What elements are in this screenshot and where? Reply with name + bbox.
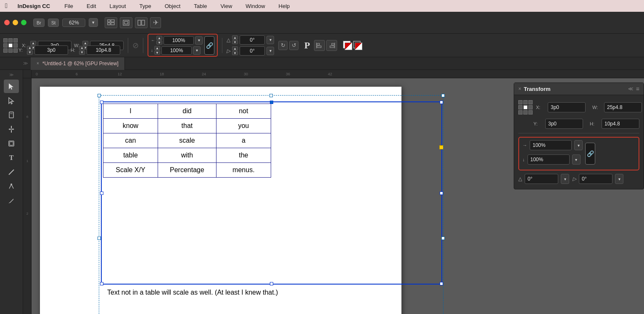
pen-tool-button[interactable] — [4, 180, 19, 193]
panel-chain-button[interactable]: 🔗 — [585, 143, 595, 165]
panel-scale-x-field[interactable] — [530, 140, 572, 150]
scale-x-field[interactable] — [164, 36, 194, 45]
panel-scale-x-dropdown[interactable]: ▾ — [574, 140, 583, 150]
direct-select-tool-button[interactable] — [4, 94, 19, 107]
tab-close-button[interactable]: × — [37, 61, 39, 66]
x-increment[interactable]: ▲ — [30, 41, 36, 45]
panel-shear-field[interactable] — [579, 174, 612, 184]
handle-mr[interactable] — [440, 192, 443, 195]
y-increment[interactable]: ▲ — [27, 46, 33, 50]
panel-collapse-icon[interactable]: ≪ — [628, 86, 633, 92]
scale-x-dropdown[interactable]: ▾ — [195, 36, 203, 45]
scale-y-increment[interactable]: ▲ — [154, 46, 160, 50]
align-right-button[interactable] — [326, 40, 337, 51]
panel-y-field[interactable] — [545, 119, 583, 129]
stock-button[interactable]: St — [48, 19, 59, 27]
frame-mode-button[interactable] — [120, 17, 132, 28]
shear-decrement[interactable]: ▼ — [232, 51, 238, 55]
tool-panel-collapse[interactable]: ≫ — [9, 72, 13, 77]
panel-ref-mc[interactable] — [523, 105, 528, 109]
menu-file[interactable]: File — [62, 2, 76, 10]
text-frame-handle-mr[interactable] — [441, 237, 445, 240]
scale-y-dropdown[interactable]: ▾ — [193, 46, 201, 55]
content-collector-button[interactable] — [4, 137, 19, 150]
canvas[interactable]: I did not know that you can scale a — [32, 78, 644, 314]
panel-ref-tc[interactable] — [523, 100, 528, 104]
w-increment[interactable]: ▲ — [82, 41, 88, 45]
zoom-input[interactable] — [62, 19, 85, 27]
align-left-button[interactable] — [314, 40, 325, 51]
rotation-dropdown[interactable]: ▾ — [267, 36, 274, 44]
h-field[interactable] — [87, 45, 120, 55]
page-tool-button[interactable] — [4, 108, 19, 122]
send-button[interactable]: ✈ — [150, 17, 161, 28]
menu-window[interactable]: Window — [243, 2, 267, 10]
panel-ref-bc[interactable] — [523, 110, 528, 114]
panel-rotation-field[interactable] — [525, 174, 558, 184]
zoom-dropdown-button[interactable]: ▾ — [89, 18, 98, 27]
apple-menu[interactable]:  — [5, 2, 8, 10]
panel-scale-y-dropdown[interactable]: ▾ — [572, 154, 581, 165]
scale-y-decrement[interactable]: ▼ — [154, 51, 160, 55]
menu-view[interactable]: View — [218, 2, 235, 10]
line-tool-button[interactable] — [4, 165, 19, 179]
document-tab[interactable]: × *Untitled-1 @ 62% [GPU Preview] — [31, 57, 125, 70]
panel-x-field[interactable] — [548, 102, 586, 112]
rotate-cw-button[interactable]: ↻ — [278, 41, 288, 50]
ref-pt-tr[interactable] — [13, 38, 18, 43]
handle-tr[interactable] — [440, 101, 443, 104]
menu-object[interactable]: Object — [162, 2, 183, 10]
panel-w-field[interactable] — [604, 102, 642, 112]
panel-ref-mr[interactable] — [528, 105, 533, 109]
scale-x-increment[interactable]: ▲ — [156, 36, 162, 40]
rotation-field[interactable] — [240, 35, 265, 45]
shear-increment[interactable]: ▲ — [232, 46, 238, 51]
close-window-button[interactable] — [4, 20, 10, 25]
selection-tool-button[interactable] — [4, 80, 19, 93]
menu-table[interactable]: Table — [191, 2, 209, 10]
yellow-handle[interactable] — [439, 145, 443, 149]
rotation-increment[interactable]: ▲ — [232, 35, 238, 40]
stroke-swatch[interactable] — [353, 41, 362, 50]
shear-field[interactable] — [240, 46, 265, 56]
panel-collapse-btn[interactable]: ≫ — [23, 61, 28, 66]
panel-ref-bl[interactable] — [518, 110, 523, 114]
menu-type[interactable]: Type — [137, 2, 154, 10]
panel-ref-br[interactable] — [528, 110, 533, 114]
rotate-ccw-button[interactable]: ↺ — [289, 41, 298, 50]
fill-swatch[interactable] — [343, 41, 352, 50]
h-increment[interactable]: ▲ — [79, 46, 85, 50]
type-tool-button[interactable]: T — [4, 151, 19, 165]
text-frame-handle-tr[interactable] — [441, 94, 445, 97]
scale-x-decrement[interactable]: ▼ — [156, 40, 162, 45]
ref-pt-tl[interactable] — [3, 38, 8, 43]
panel-rotation-dropdown[interactable]: ▾ — [561, 174, 569, 184]
panel-h-field[interactable] — [602, 119, 639, 129]
minimize-window-button[interactable] — [13, 20, 18, 25]
menu-layout[interactable]: Layout — [107, 2, 129, 10]
arrange-mode-button[interactable] — [105, 17, 117, 28]
view-mode-button[interactable] — [135, 17, 148, 28]
panel-shear-dropdown[interactable]: ▾ — [615, 174, 623, 184]
panel-ref-ml[interactable] — [518, 105, 523, 109]
panel-close-button[interactable]: × — [518, 86, 521, 92]
pencil-tool-button[interactable] — [4, 194, 19, 208]
menu-help[interactable]: Help — [276, 2, 293, 10]
y-decrement[interactable]: ▼ — [27, 51, 33, 55]
scale-y-field[interactable] — [161, 46, 192, 55]
panel-scale-y-field[interactable] — [528, 154, 570, 165]
h-decrement[interactable]: ▼ — [79, 51, 85, 55]
shear-dropdown[interactable]: ▾ — [267, 47, 274, 55]
handle-br[interactable] — [440, 282, 443, 285]
ref-pt-tc[interactable] — [8, 38, 13, 43]
panel-ref-tr[interactable] — [528, 100, 533, 104]
panel-ref-tl[interactable] — [518, 100, 523, 104]
scale-chain-button[interactable]: 🔗 — [204, 36, 214, 55]
rotation-decrement[interactable]: ▼ — [232, 40, 238, 44]
gap-tool-button[interactable] — [4, 122, 19, 136]
y-field[interactable] — [34, 45, 68, 55]
maximize-window-button[interactable] — [21, 20, 26, 25]
bridge-button[interactable]: Br — [33, 19, 45, 27]
menu-edit[interactable]: Edit — [84, 2, 98, 10]
panel-menu-icon[interactable]: ≡ — [636, 85, 639, 92]
